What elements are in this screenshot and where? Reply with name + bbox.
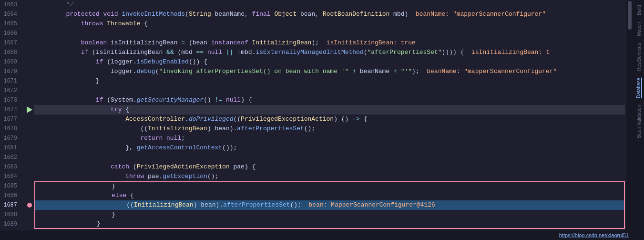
gutter-1666 [25, 29, 34, 38]
code-text: try { [36, 105, 129, 115]
code-text: if (System.getSecurityManager() != null)… [36, 95, 252, 105]
code-text: if (logger.isDebugEnabled()) { [36, 57, 207, 67]
code-text: ((InitializingBean) bean).afterPropertie… [36, 124, 315, 134]
code-line-1671: } [34, 76, 625, 86]
code-text: ((InitializingBean) bean).afterPropertie… [37, 200, 435, 210]
ln-1690: 1690 [0, 229, 21, 230]
code-line-1681: }, getAccessControlContext()); [34, 143, 625, 153]
gutter-1677 [25, 115, 34, 124]
ln-1663: 1663 [0, 0, 21, 10]
ln-1681: 1681 [0, 143, 21, 153]
code-text: logger.debug("Invoking afterPropertiesSe… [36, 67, 557, 76]
gutter-1678 [25, 124, 34, 134]
gutter-1683 [25, 162, 34, 172]
code-line-1684: throw pae.getException(); [34, 172, 625, 181]
code-text: boolean isInitializingBean = (bean insta… [36, 38, 416, 48]
code-text: } [37, 210, 115, 219]
sidebar-item-maven[interactable]: Maven [636, 22, 642, 36]
ln-1685: 1685 [0, 181, 21, 191]
gutter-1668 [25, 48, 34, 57]
sidebar-item-beanvalidation[interactable]: Bean Validation [636, 105, 642, 138]
blog-link[interactable]: https://blog.csdn.net/xiaorui51 [559, 232, 629, 238]
code-line-1683: catch (PrivilegedActionException pae) { [34, 162, 625, 172]
gutter-1684 [25, 172, 34, 181]
code-text: */ [36, 0, 73, 10]
ln-1665: 1665 [0, 19, 21, 29]
code-line-1685: } [34, 181, 625, 191]
code-line-1667: boolean isInitializingBean = (bean insta… [34, 38, 625, 48]
code-text: throws Throwable { [36, 19, 148, 29]
code-line-1670: logger.debug("Invoking afterPropertiesSe… [34, 67, 625, 76]
code-line-1687: ((InitializingBean) bean).afterPropertie… [34, 200, 625, 210]
code-line-1673: if (System.getSecurityManager() != null)… [34, 95, 625, 105]
code-text: return null; [36, 134, 185, 143]
ln-1686: 1686 [0, 191, 21, 200]
ln-1683: 1683 [0, 162, 21, 172]
right-sidebar: Build Maven RestServices Database Bean V… [634, 0, 644, 240]
ln-1674: 1674 [0, 105, 21, 115]
gutter-1671 [25, 76, 34, 86]
gutter-1669 [25, 57, 34, 67]
sidebar-item-database[interactable]: Database [636, 78, 642, 98]
ln-1670: 1670 [0, 67, 21, 76]
ln-1679: 1679 [0, 134, 21, 143]
ln-1672: 1672 [0, 86, 21, 95]
code-text: }, getAccessControlContext()); [36, 143, 237, 153]
code-line-1677: AccessController.doPrivileged((Privilege… [34, 115, 625, 124]
gutter-1689 [25, 219, 34, 229]
sidebar-item-restservices[interactable]: RestServices [636, 43, 642, 71]
ln-1673: 1673 [0, 95, 21, 105]
code-line-1688: } [34, 210, 625, 219]
ln-1668: 1668 [0, 48, 21, 57]
code-line-1669: if (logger.isDebugEnabled()) { [34, 57, 625, 67]
code-text: AccessController.doPrivileged((Privilege… [36, 115, 367, 124]
ln-1688: 1688 [0, 210, 21, 219]
code-line-1686: else { [34, 191, 625, 200]
gutter-1663 [25, 0, 34, 10]
line-numbers: 1663 1664 1665 1666 1667 1668 1669 1670 … [0, 0, 25, 230]
gutter-1690 [25, 229, 34, 230]
code-text: else { [37, 191, 134, 200]
gutter-1670 [25, 67, 34, 76]
code-text: } [37, 219, 101, 229]
ln-1664: 1664 [0, 10, 21, 19]
code-line-1679: return null; [34, 134, 625, 143]
code-text: if (isInitializingBean && (mbd == null |… [36, 48, 550, 57]
gutter-1672 [25, 86, 34, 95]
ln-1677: 1677 [0, 115, 21, 124]
code-text: AbstractAutowireCapableBeanFactory.invok… [36, 229, 252, 230]
code-line-1690: AbstractAutowireCapableBeanFactory.invok… [34, 229, 625, 230]
gutter-1682 [25, 153, 34, 162]
ln-1671: 1671 [0, 76, 21, 86]
ln-1689: 1689 [0, 219, 21, 229]
gutter-1673 [25, 95, 34, 105]
code-text: catch (PrivilegedActionException pae) { [36, 162, 256, 172]
code-line-1678: ((InitializingBean) bean).afterPropertie… [34, 124, 625, 134]
code-line-1668: if (isInitializingBean && (mbd == null |… [34, 48, 625, 57]
gutter-1681 [25, 143, 34, 153]
code-container: 1663 1664 1665 1666 1667 1668 1669 1670 … [0, 0, 634, 230]
code-text: protected void invokeInitMethods(String … [36, 10, 546, 19]
scrollbar-thumb[interactable] [628, 1, 632, 30]
ln-1682: 1682 [0, 153, 21, 162]
code-line-1665: throws Throwable { [34, 19, 625, 29]
sidebar-item-build[interactable]: Build [636, 5, 642, 15]
code-line-1674: try { [34, 105, 625, 115]
ln-1687: 1687 [0, 200, 21, 210]
gutter-1685 [25, 181, 34, 191]
code-line-1672 [34, 86, 625, 95]
editor-area: 1663 1664 1665 1666 1667 1668 1669 1670 … [0, 0, 634, 240]
ln-1678: 1678 [0, 124, 21, 134]
ln-1666: 1666 [0, 29, 21, 38]
gutter-1686 [25, 191, 34, 200]
gutter-1667 [25, 38, 34, 48]
code-text: } [37, 182, 115, 191]
code-line-1664: protected void invokeInitMethods(String … [34, 10, 625, 19]
code-line-1682 [34, 153, 625, 162]
debug-arrow-icon [27, 106, 32, 113]
gutter-1687 [25, 200, 34, 210]
scrollbar-panel [625, 0, 634, 230]
code-text: } [36, 76, 100, 86]
code-line-1666 [34, 29, 625, 38]
code-text: throw pae.getException(); [36, 172, 218, 181]
